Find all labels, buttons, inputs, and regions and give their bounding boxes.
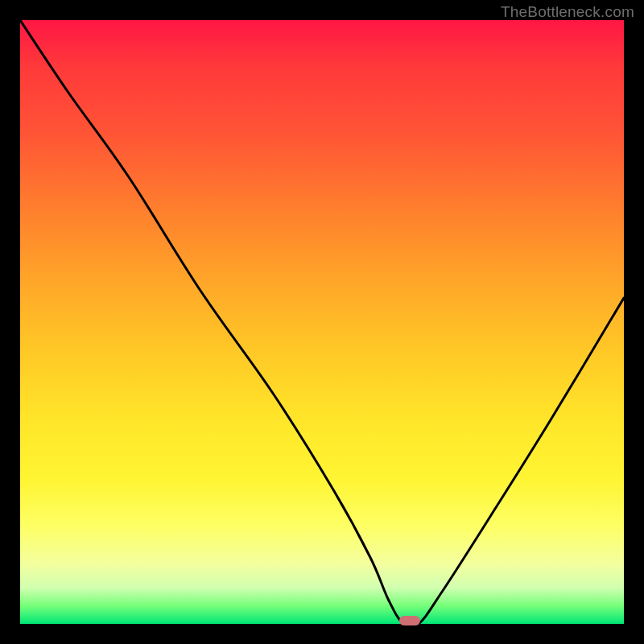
bottleneck-curve-path (20, 20, 624, 624)
optimal-point-marker (399, 616, 420, 625)
watermark-text: TheBottleneck.com (501, 3, 634, 21)
plot-area (20, 20, 624, 624)
bottleneck-chart: TheBottleneck.com (0, 0, 644, 644)
curve-svg (20, 20, 624, 624)
